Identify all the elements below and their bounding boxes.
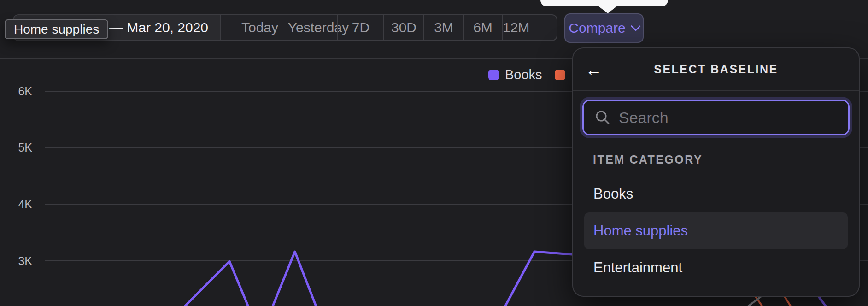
svg-text:5K: 5K	[18, 141, 32, 154]
preset-range-button-7d[interactable]: 7D	[337, 15, 383, 40]
preset-range-button-12m[interactable]: 12M	[502, 15, 529, 40]
preset-range-button-30d[interactable]: 30D	[383, 15, 423, 40]
preset-range-button-3m[interactable]: 3M	[423, 15, 463, 40]
compare-button[interactable]: Compare	[564, 13, 644, 43]
baseline-item-list: BooksHome suppliesEntertainment	[584, 176, 848, 286]
baseline-list-item[interactable]: Books	[584, 176, 848, 212]
svg-text:3K: 3K	[18, 254, 32, 267]
baseline-list-item[interactable]: Home supplies	[584, 212, 848, 249]
chevron-down-icon	[630, 21, 641, 31]
legend-swatch	[488, 70, 499, 80]
preset-range-button-6m[interactable]: 6M	[463, 15, 502, 40]
preset-range-button-yesterday[interactable]: Yesterday	[299, 15, 337, 40]
back-arrow-icon[interactable]: ←	[585, 61, 602, 78]
search-input[interactable]	[619, 109, 843, 127]
svg-text:4K: 4K	[18, 198, 32, 211]
popover-stub	[540, 0, 668, 6]
legend-item: Books	[488, 67, 542, 82]
select-baseline-panel: ← SELECT BASELINE ITEM CATEGORY BooksHom…	[572, 47, 860, 297]
legend-label: Books	[505, 67, 542, 82]
section-label: ITEM CATEGORY	[593, 153, 859, 166]
popover-arrow	[598, 6, 618, 13]
panel-header: ← SELECT BASELINE	[573, 48, 859, 91]
panel-title: SELECT BASELINE	[654, 63, 778, 76]
svg-text:6K: 6K	[18, 85, 32, 98]
baseline-list-item[interactable]: Entertainment	[584, 249, 848, 286]
legend-swatch	[555, 70, 565, 80]
search-icon	[595, 110, 610, 125]
preset-range-button-today[interactable]: Today	[220, 15, 299, 40]
compare-label: Compare	[569, 20, 625, 36]
hover-tooltip: Home supplies	[5, 19, 108, 39]
search-box[interactable]	[582, 100, 850, 135]
